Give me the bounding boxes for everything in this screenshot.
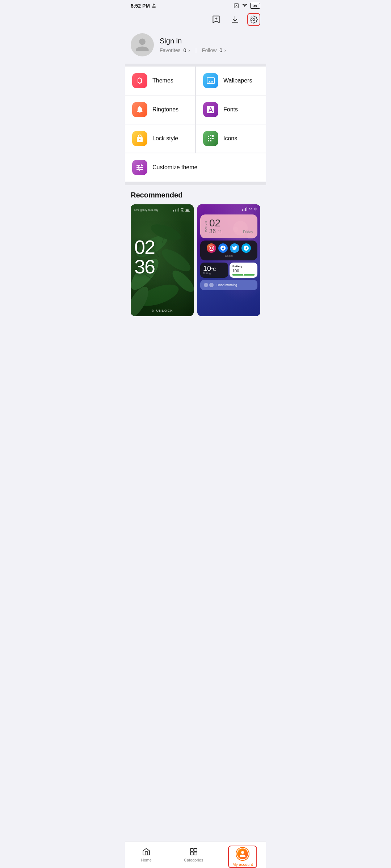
theme-card-2[interactable]: March 02 36 11 Friday xyxy=(197,204,260,316)
follow-stat[interactable]: Follow 0 › xyxy=(202,47,226,53)
status-bar: 8:52 PM 80 xyxy=(125,0,266,10)
recommended-title: Recommended xyxy=(131,191,260,199)
menu-item-themes[interactable]: Themes xyxy=(125,67,195,95)
menu-item-lockstyle[interactable]: Lock style xyxy=(125,124,195,153)
recommended-cards: Emergency calls only 02 36 ⊙ UNLOCK xyxy=(131,204,260,316)
battery-indicator: 80 xyxy=(250,3,260,9)
battery-label: Battery xyxy=(232,265,255,268)
temp-city: Beijing xyxy=(203,272,225,275)
temp-widget: 10°C Beijing xyxy=(200,263,228,278)
icons-icon xyxy=(203,131,218,146)
lockstyle-label: Lock style xyxy=(152,135,178,142)
customize-label: Customize theme xyxy=(152,164,198,171)
theme-card-1[interactable]: Emergency calls only 02 36 ⊙ UNLOCK xyxy=(131,204,194,316)
status-time: 8:52 PM xyxy=(131,3,156,9)
card1-signal xyxy=(173,208,190,212)
card2-signal xyxy=(242,207,247,211)
themes-icon xyxy=(132,73,147,88)
status-icons: 80 xyxy=(234,3,260,9)
card2-day: 02 xyxy=(209,218,253,228)
card2-month: March xyxy=(205,221,207,232)
bottom-widgets: 10°C Beijing Battery 100 xyxy=(200,263,257,278)
divider xyxy=(125,64,266,67)
upload-icon xyxy=(151,3,156,8)
menu-item-customize[interactable]: Customize theme xyxy=(125,153,266,182)
svg-point-1 xyxy=(253,18,255,21)
wallpapers-icon xyxy=(203,73,218,88)
lightning-icon xyxy=(242,273,245,276)
temp-value: 10°C xyxy=(203,265,225,272)
card1-time-minute: 36 xyxy=(134,257,190,276)
bookmark-button[interactable] xyxy=(210,13,223,26)
card2-clock-widget: March 02 36 11 Friday xyxy=(200,214,257,238)
ringtones-label: Ringtones xyxy=(152,106,178,113)
lockstyle-icon xyxy=(132,131,147,146)
instagram-icon xyxy=(207,243,216,253)
divider2 xyxy=(125,182,266,185)
twitter-icon xyxy=(230,243,239,253)
download-button[interactable] xyxy=(228,13,241,26)
wallpapers-label: Wallpapers xyxy=(223,77,252,84)
card2-dayname: Friday xyxy=(243,230,253,234)
themes-label: Themes xyxy=(152,77,173,84)
stat-divider xyxy=(196,48,196,53)
profile-stats: Favorites 0 › Follow 0 › xyxy=(160,47,226,53)
fonts-icon xyxy=(203,102,218,117)
ringtones-icon xyxy=(132,102,147,117)
menu-item-wallpapers[interactable]: Wallpapers xyxy=(196,67,266,95)
card1-time-hour: 02 xyxy=(134,237,190,257)
card1-battery xyxy=(185,209,190,212)
social-widget: Social xyxy=(200,241,257,260)
recommended-section: Recommended xyxy=(125,185,266,319)
customize-icon xyxy=(132,160,147,175)
battery-value: 100 xyxy=(232,269,255,273)
settings-button[interactable] xyxy=(247,13,260,26)
profile-section: Sign in Favorites 0 › Follow 0 › xyxy=(125,29,266,64)
menu-item-icons[interactable]: Icons xyxy=(196,124,266,153)
favorites-stat[interactable]: Favorites 0 › xyxy=(160,47,190,53)
card2-time: 36 xyxy=(209,228,216,235)
top-toolbar xyxy=(125,10,266,29)
fonts-label: Fonts xyxy=(223,106,238,113)
card1-unlock: ⊙ UNLOCK xyxy=(134,309,190,312)
card1-wifi xyxy=(180,208,184,212)
avatar[interactable] xyxy=(131,33,154,56)
battery-widget: Battery 100 xyxy=(230,263,257,278)
social-label: Social xyxy=(203,254,255,258)
battery-bar xyxy=(232,274,255,276)
wifi-icon xyxy=(241,3,248,8)
card1-time-block: 02 36 xyxy=(134,237,190,284)
card2-content: March 02 36 11 Friday xyxy=(197,204,260,316)
toggle-buttons xyxy=(204,283,214,287)
facebook-icon xyxy=(218,243,228,253)
x-icon xyxy=(234,3,239,9)
good-morning-widget: Good morning xyxy=(200,280,257,290)
card2-minute: 11 xyxy=(218,230,222,234)
telegram-icon xyxy=(241,243,251,253)
profile-info: Sign in Favorites 0 › Follow 0 › xyxy=(160,37,226,53)
card2-wifi xyxy=(249,207,252,211)
sign-in-button[interactable]: Sign in xyxy=(160,37,226,45)
card2-data xyxy=(254,207,257,211)
menu-grid: Themes Wallpapers Ringtones Fonts xyxy=(125,67,266,182)
person-icon xyxy=(134,37,150,53)
menu-item-ringtones[interactable]: Ringtones xyxy=(125,95,195,124)
icons-label: Icons xyxy=(223,135,237,142)
menu-item-fonts[interactable]: Fonts xyxy=(196,95,266,124)
good-morning-text: Good morning xyxy=(216,283,237,287)
card1-emergency: Emergency calls only xyxy=(134,209,158,211)
